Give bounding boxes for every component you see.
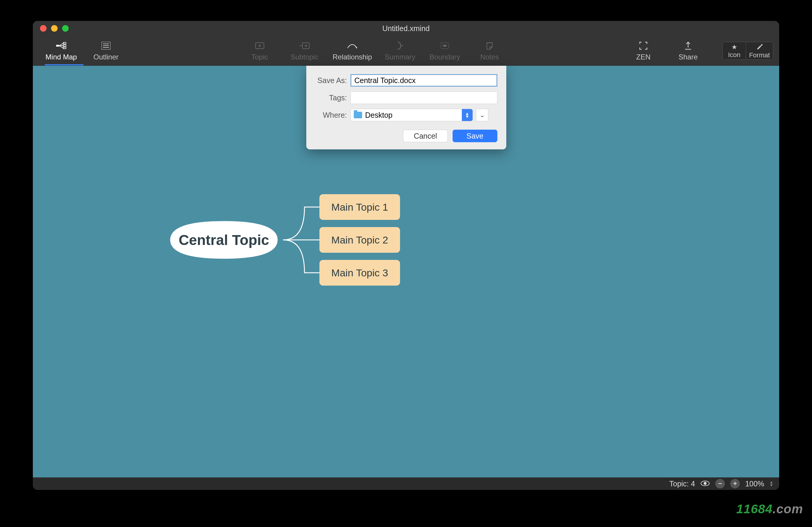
traffic-lights xyxy=(33,25,69,32)
zoom-level[interactable]: 100% xyxy=(745,480,764,488)
tags-label: Tags: xyxy=(315,94,350,102)
tool-label: Topic xyxy=(251,53,268,61)
select-arrows-icon: ▲▼ xyxy=(462,109,473,121)
save-dialog: Save As: Tags: Where: Desktop ▲▼ ⌄ Cance… xyxy=(306,66,506,149)
seg-label: Icon xyxy=(728,51,741,59)
where-label: Where: xyxy=(315,111,350,119)
view-tabs: Mind Map Outliner xyxy=(39,37,128,64)
main-topic-2[interactable]: Main Topic 2 xyxy=(319,227,400,253)
close-window-button[interactable] xyxy=(40,25,46,32)
maximize-window-button[interactable] xyxy=(62,25,69,32)
svg-point-25 xyxy=(704,482,707,485)
tool-label: Boundary xyxy=(430,53,460,61)
central-topic[interactable]: Central Topic xyxy=(170,218,278,262)
subtopic-icon xyxy=(300,40,309,51)
svg-rect-6 xyxy=(63,47,66,49)
save-as-input[interactable] xyxy=(350,74,497,87)
share-icon xyxy=(684,40,692,51)
tool-relationship[interactable]: Relationship xyxy=(327,37,378,64)
tool-label: ZEN xyxy=(636,53,651,61)
right-tools: ZEN Share xyxy=(621,37,710,64)
star-icon: ★ xyxy=(731,43,737,51)
svg-line-3 xyxy=(59,46,63,48)
tool-boundary[interactable]: Boundary xyxy=(422,37,467,64)
central-topic-label: Central Topic xyxy=(178,232,269,248)
main-topic-1[interactable]: Main Topic 1 xyxy=(319,194,400,220)
inspector-format-tab[interactable]: Format xyxy=(746,42,773,60)
zoom-in-button[interactable]: + xyxy=(730,479,740,488)
main-topic-3[interactable]: Main Topic 3 xyxy=(319,260,400,286)
summary-icon xyxy=(396,40,404,51)
tab-label: Mind Map xyxy=(45,53,77,61)
app-window: Untitled.xmind Mind Map Outliner Topic xyxy=(33,21,779,490)
minimize-window-button[interactable] xyxy=(51,25,58,32)
save-button[interactable]: Save xyxy=(452,130,497,142)
save-as-label: Save As: xyxy=(315,76,350,85)
center-tools: Topic Subtopic Relationship Summary Boun… xyxy=(237,37,512,64)
save-label: Save xyxy=(467,132,484,140)
tab-outliner[interactable]: Outliner xyxy=(84,37,128,64)
svg-rect-0 xyxy=(56,45,59,47)
topic-label: Main Topic 3 xyxy=(331,267,388,279)
seg-label: Format xyxy=(749,52,770,59)
svg-rect-4 xyxy=(63,42,66,44)
topic-count: Topic: 4 xyxy=(669,480,695,488)
cancel-button[interactable]: Cancel xyxy=(403,130,448,142)
zoom-stepper-icon[interactable]: ▲▼ xyxy=(770,481,773,487)
active-tab-indicator xyxy=(45,64,84,66)
svg-line-1 xyxy=(59,43,63,46)
eye-icon xyxy=(700,480,710,486)
topic-icon xyxy=(255,40,264,51)
tool-share[interactable]: Share xyxy=(666,37,710,64)
inspector-segmented: ★ Icon Format xyxy=(723,42,773,60)
statusbar: Topic: 4 − + 100% ▲▼ xyxy=(33,478,779,490)
watermark: 11684.com xyxy=(736,502,803,516)
titlebar: Untitled.xmind xyxy=(33,21,779,36)
tool-subtopic[interactable]: Subtopic xyxy=(282,37,327,64)
tool-label: Relationship xyxy=(333,53,372,61)
zoom-out-button[interactable]: − xyxy=(715,479,725,488)
svg-rect-21 xyxy=(443,45,447,47)
notes-icon xyxy=(486,40,493,51)
expand-dialog-button[interactable]: ⌄ xyxy=(476,109,489,121)
mind-map-icon xyxy=(56,40,66,51)
cancel-label: Cancel xyxy=(414,132,437,140)
tool-summary[interactable]: Summary xyxy=(378,37,422,64)
where-select[interactable]: Desktop ▲▼ xyxy=(350,109,473,121)
tool-notes[interactable]: Notes xyxy=(467,37,512,64)
tags-input[interactable] xyxy=(350,91,497,104)
where-value: Desktop xyxy=(365,111,393,119)
toolbar: Mind Map Outliner Topic Subtopic R xyxy=(33,36,779,66)
relationship-icon xyxy=(347,40,358,51)
brush-icon xyxy=(756,43,763,52)
tool-topic[interactable]: Topic xyxy=(237,37,282,64)
outliner-icon xyxy=(102,40,111,51)
tool-label: Subtopic xyxy=(290,53,318,61)
zen-icon xyxy=(639,40,648,51)
tab-label: Outliner xyxy=(93,53,118,61)
tool-zen[interactable]: ZEN xyxy=(621,37,666,64)
topic-label: Main Topic 1 xyxy=(331,201,388,213)
tool-label: Share xyxy=(679,53,698,61)
tool-label: Notes xyxy=(480,53,499,61)
topic-label: Main Topic 2 xyxy=(331,234,388,246)
tool-label: Summary xyxy=(385,53,416,61)
boundary-icon xyxy=(440,40,449,51)
window-title: Untitled.xmind xyxy=(382,24,430,33)
inspector-icon-tab[interactable]: ★ Icon xyxy=(723,42,746,60)
chevron-down-icon: ⌄ xyxy=(480,111,485,118)
svg-rect-5 xyxy=(63,45,66,46)
visibility-toggle[interactable] xyxy=(700,479,710,488)
tab-mind-map[interactable]: Mind Map xyxy=(39,37,84,64)
folder-icon xyxy=(354,112,362,118)
